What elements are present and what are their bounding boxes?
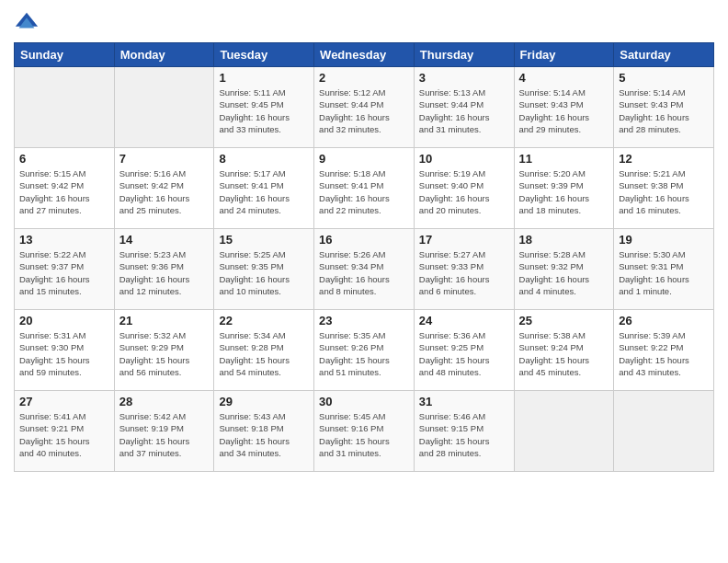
calendar-table: SundayMondayTuesdayWednesdayThursdayFrid…	[14, 42, 714, 472]
calendar-cell: 10Sunrise: 5:19 AM Sunset: 9:40 PM Dayli…	[414, 148, 514, 229]
day-info: Sunrise: 5:30 AM Sunset: 9:31 PM Dayligh…	[619, 248, 709, 297]
header-day-monday: Monday	[114, 43, 214, 67]
day-number: 14	[119, 233, 210, 247]
calendar-cell: 15Sunrise: 5:25 AM Sunset: 9:35 PM Dayli…	[214, 229, 314, 310]
day-info: Sunrise: 5:38 AM Sunset: 9:24 PM Dayligh…	[519, 329, 609, 378]
calendar-cell: 25Sunrise: 5:38 AM Sunset: 9:24 PM Dayli…	[514, 310, 614, 391]
day-info: Sunrise: 5:25 AM Sunset: 9:35 PM Dayligh…	[219, 248, 309, 297]
calendar-cell: 16Sunrise: 5:26 AM Sunset: 9:34 PM Dayli…	[314, 229, 415, 310]
calendar-week-row: 27Sunrise: 5:41 AM Sunset: 9:21 PM Dayli…	[15, 391, 714, 472]
day-info: Sunrise: 5:36 AM Sunset: 9:25 PM Dayligh…	[419, 329, 509, 378]
calendar-cell: 29Sunrise: 5:43 AM Sunset: 9:18 PM Dayli…	[214, 391, 314, 472]
day-info: Sunrise: 5:39 AM Sunset: 9:22 PM Dayligh…	[619, 329, 709, 378]
calendar-cell: 1Sunrise: 5:11 AM Sunset: 9:45 PM Daylig…	[214, 67, 314, 148]
calendar-cell: 17Sunrise: 5:27 AM Sunset: 9:33 PM Dayli…	[414, 229, 514, 310]
day-number: 6	[19, 152, 109, 166]
header-day-thursday: Thursday	[414, 43, 514, 67]
calendar-cell: 20Sunrise: 5:31 AM Sunset: 9:30 PM Dayli…	[15, 310, 115, 391]
header-day-sunday: Sunday	[15, 43, 115, 67]
day-number: 2	[319, 71, 409, 85]
day-info: Sunrise: 5:32 AM Sunset: 9:29 PM Dayligh…	[119, 329, 210, 378]
calendar-cell: 31Sunrise: 5:46 AM Sunset: 9:15 PM Dayli…	[414, 391, 514, 472]
day-number: 12	[619, 152, 709, 166]
day-number: 27	[19, 395, 109, 408]
calendar-cell	[514, 391, 614, 472]
day-info: Sunrise: 5:20 AM Sunset: 9:39 PM Dayligh…	[519, 167, 609, 216]
day-number: 30	[319, 395, 409, 408]
day-number: 20	[19, 314, 109, 327]
calendar-cell: 5Sunrise: 5:14 AM Sunset: 9:43 PM Daylig…	[614, 67, 714, 148]
day-info: Sunrise: 5:17 AM Sunset: 9:41 PM Dayligh…	[219, 167, 309, 216]
day-number: 24	[419, 314, 509, 327]
day-info: Sunrise: 5:46 AM Sunset: 9:15 PM Dayligh…	[419, 410, 509, 459]
day-number: 7	[119, 152, 210, 166]
day-info: Sunrise: 5:43 AM Sunset: 9:18 PM Dayligh…	[219, 410, 309, 459]
calendar-cell: 28Sunrise: 5:42 AM Sunset: 9:19 PM Dayli…	[114, 391, 214, 472]
calendar-cell: 13Sunrise: 5:22 AM Sunset: 9:37 PM Dayli…	[15, 229, 115, 310]
day-info: Sunrise: 5:22 AM Sunset: 9:37 PM Dayligh…	[19, 248, 109, 297]
day-info: Sunrise: 5:14 AM Sunset: 9:43 PM Dayligh…	[519, 86, 609, 135]
day-info: Sunrise: 5:45 AM Sunset: 9:16 PM Dayligh…	[319, 410, 409, 459]
day-number: 1	[219, 71, 309, 85]
calendar-cell: 24Sunrise: 5:36 AM Sunset: 9:25 PM Dayli…	[414, 310, 514, 391]
day-number: 29	[219, 395, 309, 408]
calendar-week-row: 13Sunrise: 5:22 AM Sunset: 9:37 PM Dayli…	[15, 229, 714, 310]
calendar-page: SundayMondayTuesdayWednesdayThursdayFrid…	[0, 0, 728, 563]
calendar-cell: 4Sunrise: 5:14 AM Sunset: 9:43 PM Daylig…	[514, 67, 614, 148]
day-number: 23	[319, 314, 409, 327]
header-day-saturday: Saturday	[614, 43, 714, 67]
day-info: Sunrise: 5:28 AM Sunset: 9:32 PM Dayligh…	[519, 248, 609, 297]
calendar-cell: 2Sunrise: 5:12 AM Sunset: 9:44 PM Daylig…	[314, 67, 415, 148]
header-day-wednesday: Wednesday	[314, 43, 415, 67]
calendar-week-row: 6Sunrise: 5:15 AM Sunset: 9:42 PM Daylig…	[15, 148, 714, 229]
day-info: Sunrise: 5:35 AM Sunset: 9:26 PM Dayligh…	[319, 329, 409, 378]
calendar-cell: 27Sunrise: 5:41 AM Sunset: 9:21 PM Dayli…	[15, 391, 115, 472]
day-info: Sunrise: 5:19 AM Sunset: 9:40 PM Dayligh…	[419, 167, 509, 216]
day-info: Sunrise: 5:31 AM Sunset: 9:30 PM Dayligh…	[19, 329, 109, 378]
day-info: Sunrise: 5:14 AM Sunset: 9:43 PM Dayligh…	[619, 86, 709, 135]
day-info: Sunrise: 5:27 AM Sunset: 9:33 PM Dayligh…	[419, 248, 509, 297]
day-info: Sunrise: 5:42 AM Sunset: 9:19 PM Dayligh…	[119, 410, 210, 459]
day-number: 18	[519, 233, 609, 247]
day-number: 17	[419, 233, 509, 247]
day-number: 28	[119, 395, 210, 408]
day-number: 26	[619, 314, 709, 327]
day-number: 16	[319, 233, 409, 247]
day-info: Sunrise: 5:12 AM Sunset: 9:44 PM Dayligh…	[319, 86, 409, 135]
calendar-cell: 14Sunrise: 5:23 AM Sunset: 9:36 PM Dayli…	[114, 229, 214, 310]
calendar-cell: 7Sunrise: 5:16 AM Sunset: 9:42 PM Daylig…	[114, 148, 214, 229]
header	[14, 9, 714, 35]
logo-icon	[14, 9, 40, 35]
day-number: 3	[419, 71, 509, 85]
day-info: Sunrise: 5:15 AM Sunset: 9:42 PM Dayligh…	[19, 167, 109, 216]
calendar-cell: 8Sunrise: 5:17 AM Sunset: 9:41 PM Daylig…	[214, 148, 314, 229]
calendar-week-row: 20Sunrise: 5:31 AM Sunset: 9:30 PM Dayli…	[15, 310, 714, 391]
calendar-cell: 21Sunrise: 5:32 AM Sunset: 9:29 PM Dayli…	[114, 310, 214, 391]
header-day-tuesday: Tuesday	[214, 43, 314, 67]
calendar-cell	[614, 391, 714, 472]
calendar-cell: 3Sunrise: 5:13 AM Sunset: 9:44 PM Daylig…	[414, 67, 514, 148]
calendar-cell: 11Sunrise: 5:20 AM Sunset: 9:39 PM Dayli…	[514, 148, 614, 229]
day-number: 5	[619, 71, 709, 85]
day-number: 4	[519, 71, 609, 85]
calendar-cell: 9Sunrise: 5:18 AM Sunset: 9:41 PM Daylig…	[314, 148, 415, 229]
calendar-cell: 30Sunrise: 5:45 AM Sunset: 9:16 PM Dayli…	[314, 391, 415, 472]
day-number: 8	[219, 152, 309, 166]
day-number: 9	[319, 152, 409, 166]
calendar-cell: 23Sunrise: 5:35 AM Sunset: 9:26 PM Dayli…	[314, 310, 415, 391]
day-info: Sunrise: 5:41 AM Sunset: 9:21 PM Dayligh…	[19, 410, 109, 459]
day-number: 11	[519, 152, 609, 166]
calendar-cell: 12Sunrise: 5:21 AM Sunset: 9:38 PM Dayli…	[614, 148, 714, 229]
calendar-cell: 19Sunrise: 5:30 AM Sunset: 9:31 PM Dayli…	[614, 229, 714, 310]
day-info: Sunrise: 5:34 AM Sunset: 9:28 PM Dayligh…	[219, 329, 309, 378]
day-number: 25	[519, 314, 609, 327]
day-info: Sunrise: 5:18 AM Sunset: 9:41 PM Dayligh…	[319, 167, 409, 216]
day-info: Sunrise: 5:16 AM Sunset: 9:42 PM Dayligh…	[119, 167, 210, 216]
day-number: 13	[19, 233, 109, 247]
logo	[14, 9, 43, 35]
day-number: 21	[119, 314, 210, 327]
calendar-cell: 22Sunrise: 5:34 AM Sunset: 9:28 PM Dayli…	[214, 310, 314, 391]
header-day-friday: Friday	[514, 43, 614, 67]
day-info: Sunrise: 5:23 AM Sunset: 9:36 PM Dayligh…	[119, 248, 210, 297]
day-info: Sunrise: 5:21 AM Sunset: 9:38 PM Dayligh…	[619, 167, 709, 216]
